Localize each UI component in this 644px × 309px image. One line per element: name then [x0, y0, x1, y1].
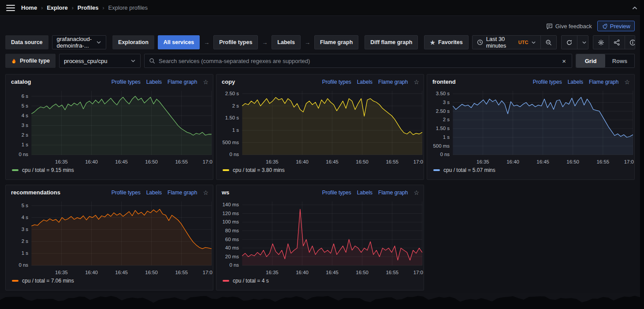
panel-link-profile-types[interactable]: Profile types	[533, 79, 562, 85]
svg-text:140 ms: 140 ms	[223, 202, 239, 208]
legend-label[interactable]: cpu / total = 5.07 mins	[443, 167, 495, 173]
svg-text:16:50: 16:50	[356, 270, 369, 275]
refresh-interval-dropdown[interactable]	[577, 36, 588, 49]
rocket-icon	[602, 23, 607, 29]
svg-text:16:35: 16:35	[55, 270, 68, 275]
data-source-label: Data source	[5, 35, 48, 49]
panel-recommendations: recommendations Profile types Labels Fla…	[5, 185, 213, 290]
zoom-out-button[interactable]	[540, 36, 556, 49]
svg-text:16:40: 16:40	[296, 159, 309, 164]
clear-search-icon[interactable]: ×	[561, 57, 567, 65]
panel-link-profile-types[interactable]: Profile types	[112, 79, 141, 85]
share-button[interactable]	[609, 36, 625, 49]
breadcrumb-profiles[interactable]: Profiles	[78, 4, 99, 11]
step-profile-types[interactable]: Profile types	[213, 35, 258, 49]
step-flame-graph[interactable]: Flame graph	[314, 35, 358, 49]
diff-flame-graph-button[interactable]: Diff flame graph	[365, 35, 418, 49]
settings-button[interactable]	[593, 36, 609, 49]
panel-link-flame-graph[interactable]: Flame graph	[378, 190, 408, 196]
info-button[interactable]	[625, 36, 635, 49]
panel-link-labels[interactable]: Labels	[357, 79, 372, 85]
chevron-down-icon	[96, 40, 101, 45]
panel-link-flame-graph[interactable]: Flame graph	[168, 190, 197, 196]
panel-link-labels[interactable]: Labels	[146, 190, 162, 196]
legend-swatch[interactable]	[12, 280, 19, 282]
layout-grid-button[interactable]: Grid	[576, 54, 605, 67]
flame-icon	[11, 58, 17, 64]
panel-link-profile-types[interactable]: Profile types	[322, 190, 351, 196]
breadcrumb-home[interactable]: Home	[21, 4, 37, 11]
panel-link-profile-types[interactable]: Profile types	[322, 79, 351, 85]
legend-label[interactable]: cpu / total = 7.06 mins	[22, 278, 74, 284]
search-services-input[interactable]	[159, 58, 557, 64]
svg-text:5 s: 5 s	[22, 203, 29, 208]
step-all-services[interactable]: All services	[158, 35, 200, 49]
favorite-star-icon[interactable]: ☆	[203, 190, 208, 196]
svg-text:16:50: 16:50	[145, 159, 158, 164]
favorites-button[interactable]: ★ Favorites	[424, 35, 468, 49]
legend-label[interactable]: cpu / total = 4 s	[233, 278, 269, 284]
timeseries-chart[interactable]: 0 ns20 ms40 ms60 ms80 ms100 ms120 ms140 …	[216, 197, 424, 277]
legend-swatch[interactable]	[223, 169, 229, 171]
panel-link-flame-graph[interactable]: Flame graph	[168, 79, 197, 85]
comment-icon	[546, 23, 553, 30]
panel-link-labels[interactable]: Labels	[568, 79, 583, 85]
panel-link-profile-types[interactable]: Profile types	[112, 190, 141, 196]
svg-text:2.50 s: 2.50 s	[225, 91, 239, 96]
legend-swatch[interactable]	[433, 169, 440, 171]
timezone-label: UTC	[518, 40, 529, 45]
data-source-select[interactable]: grafanacloud-demoinfra-...	[52, 35, 107, 49]
refresh-button[interactable]	[562, 36, 577, 49]
svg-text:2.50 s: 2.50 s	[436, 108, 450, 114]
time-range-picker[interactable]: Last 30 minutes UTC	[473, 36, 541, 49]
profile-type-select[interactable]: process_cpu/cpu	[59, 54, 141, 68]
step-labels[interactable]: Labels	[272, 35, 301, 49]
timeseries-chart[interactable]: 0 ns1 s2 s3 s4 s5 s6 s16:3516:4016:4516:…	[6, 87, 213, 166]
svg-text:40 ms: 40 ms	[225, 246, 239, 251]
favorite-star-icon[interactable]: ☆	[203, 79, 208, 85]
give-feedback-link[interactable]: Give feedback	[546, 23, 592, 30]
favorite-star-icon[interactable]: ☆	[413, 190, 419, 196]
scrollbar[interactable]	[640, 0, 644, 309]
svg-text:16:45: 16:45	[115, 159, 128, 164]
legend-swatch[interactable]	[223, 280, 229, 282]
svg-text:2 s: 2 s	[22, 132, 29, 138]
favorite-star-icon[interactable]: ☆	[413, 79, 419, 85]
chevron-down-icon	[582, 40, 587, 45]
svg-text:16:55: 16:55	[175, 159, 188, 164]
time-range-label: Last 30 minutes	[486, 36, 515, 49]
panel-link-flame-graph[interactable]: Flame graph	[378, 79, 408, 85]
favorite-star-icon[interactable]: ☆	[624, 79, 630, 85]
legend-label[interactable]: cpu / total = 9.15 mins	[22, 167, 74, 173]
timeseries-chart[interactable]: 0 ns1 s2 s3 s4 s5 s16:3516:4016:4516:501…	[6, 197, 213, 277]
svg-text:500 ms: 500 ms	[223, 140, 239, 145]
svg-text:16:55: 16:55	[596, 159, 609, 164]
panel-ws: ws Profile types Labels Flame graph ☆ 0 …	[216, 185, 424, 290]
chevron-up-icon[interactable]	[632, 5, 638, 11]
profile-type-label-chip: Profile type	[5, 54, 56, 68]
breadcrumb-explore[interactable]: Explore	[47, 4, 68, 11]
svg-text:3 s: 3 s	[22, 123, 29, 128]
preview-button[interactable]: Preview	[597, 21, 635, 31]
panel-link-flame-graph[interactable]: Flame graph	[589, 79, 618, 85]
menu-icon[interactable]	[6, 5, 15, 11]
profile-type-label: Profile type	[20, 58, 50, 64]
svg-text:20 ms: 20 ms	[225, 254, 239, 259]
panel-link-labels[interactable]: Labels	[357, 190, 372, 196]
svg-text:16:45: 16:45	[536, 159, 549, 164]
timeseries-chart[interactable]: 0 ns500 ms1 s1.50 s2 s2.50 s3 s3.50 s16:…	[427, 87, 634, 166]
secondary-toolbar: Give feedback Preview	[5, 20, 635, 32]
legend-swatch[interactable]	[12, 169, 19, 171]
layout-rows-button[interactable]: Rows	[605, 54, 634, 67]
svg-text:0 ns: 0 ns	[440, 152, 450, 157]
svg-text:2 s: 2 s	[443, 117, 450, 123]
svg-text:16:40: 16:40	[85, 270, 98, 275]
timeseries-chart[interactable]: 0 ns500 ms1 s1.50 s2 s2.50 s16:3516:4016…	[216, 87, 424, 166]
layout-toggle: Grid Rows	[576, 54, 635, 68]
panel-link-labels[interactable]: Labels	[146, 79, 162, 85]
arrow-right-icon: →	[304, 39, 311, 46]
give-feedback-label: Give feedback	[555, 23, 592, 30]
legend-label[interactable]: cpu / total = 3.80 mins	[233, 167, 285, 173]
panel-copy: copy Profile types Labels Flame graph ☆ …	[216, 74, 424, 180]
svg-text:1.50 s: 1.50 s	[436, 126, 450, 131]
